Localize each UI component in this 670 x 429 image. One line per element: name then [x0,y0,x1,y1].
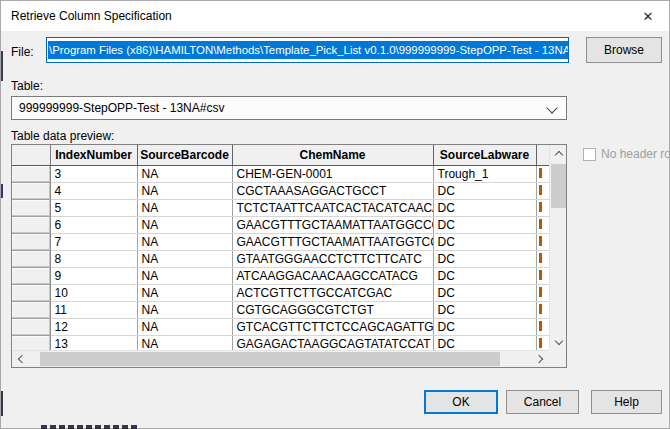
cancel-button[interactable]: Cancel [506,390,579,414]
horizontal-scrollbar-thumb[interactable] [40,352,500,366]
table-cell[interactable]: DC [433,217,536,234]
table-cell[interactable]: GTCACGTTCTTCTCCAGCAGATTG [232,319,433,336]
table-row: 10NAACTCGTTCTTGCCATCGACDC [12,285,549,302]
table-cell[interactable]: 5 [50,200,137,217]
row-selector[interactable] [12,251,50,268]
table-row: 11NACGTGCAGGGCGTCTGTDC [12,302,549,319]
row-selector[interactable] [12,319,50,336]
row-selector[interactable] [12,302,50,319]
preview-grid-content: IndexNumber SourceBarcode ChemName Sourc… [12,145,549,350]
row-selector[interactable] [12,285,50,302]
table-cell[interactable]: 8 [50,251,137,268]
table-cell[interactable]: ACTCGTTCTTGCCATCGAC [232,285,433,302]
row-selector[interactable] [12,183,50,200]
clipped-column-cell [536,319,549,336]
table-cell[interactable]: NA [137,234,232,251]
table-cell[interactable]: DC [433,285,536,302]
clipped-text-sliver [539,270,542,280]
table-cell[interactable]: DC [433,268,536,285]
table-cell[interactable]: GAGAGACTAAGGCAGTATATCCAT [232,336,433,351]
scroll-down-button[interactable] [550,333,567,350]
table-cell[interactable]: CHEM-GEN-0001 [232,166,433,183]
table-cell[interactable]: DC [433,251,536,268]
table-cell[interactable]: NA [137,319,232,336]
table-cell[interactable]: NA [137,200,232,217]
table-row: 5NATCTCTAATTCAATCACTACATCAACADC [12,200,549,217]
table-cell[interactable]: DC [433,183,536,200]
table-label: Table: [11,79,43,93]
table-row: 6NAGAACGTTTGCTAAMATTAATGGCCCTDC [12,217,549,234]
clipped-text-sliver [539,304,542,314]
table-cell[interactable]: NA [137,302,232,319]
clipped-text-sliver [539,185,542,195]
clipped-text-sliver [539,202,542,212]
preview-table: IndexNumber SourceBarcode ChemName Sourc… [12,145,549,350]
table-cell[interactable]: 6 [50,217,137,234]
table-cell[interactable]: 10 [50,285,137,302]
horizontal-scrollbar[interactable] [12,350,549,367]
table-cell[interactable]: 4 [50,183,137,200]
table-cell[interactable]: GAACGTTTGCTAAMATTAATGGCCCT [232,217,433,234]
table-cell[interactable]: DC [433,336,536,351]
file-path-input[interactable]: \Program Files (x86)\HAMILTON\Methods\Te… [46,37,569,63]
row-selector[interactable] [12,166,50,183]
table-cell[interactable]: DC [433,234,536,251]
table-cell[interactable]: 3 [50,166,137,183]
table-cell[interactable]: 7 [50,234,137,251]
table-cell[interactable]: 9 [50,268,137,285]
scroll-left-button[interactable] [12,351,29,367]
clipped-column-cell [536,251,549,268]
chevron-left-icon [18,355,26,363]
column-header-indexnumber[interactable]: IndexNumber [50,145,137,166]
clipped-text-sliver [539,338,542,348]
table-cell[interactable]: NA [137,268,232,285]
scroll-right-button[interactable] [532,351,549,367]
table-combobox[interactable]: 999999999-StepOPP-Test - 13NA#csv [11,96,567,120]
table-cell[interactable]: ATCAAGGACAACAAGCCATACG [232,268,433,285]
table-cell[interactable]: 13 [50,336,137,351]
table-cell[interactable]: DC [433,200,536,217]
table-cell[interactable]: CGTGCAGGGCGTCTGT [232,302,433,319]
checkbox-icon [583,148,596,161]
close-button[interactable]: ✕ [635,4,661,28]
table-cell[interactable]: CGCTAAASAGGACTGCCT [232,183,433,200]
table-cell[interactable]: NA [137,285,232,302]
table-cell[interactable]: Trough_1 [433,166,536,183]
table-cell[interactable]: DC [433,302,536,319]
column-header-sourcelabware[interactable]: SourceLabware [433,145,536,166]
column-header-clipped [536,145,549,166]
row-selector-header[interactable] [12,145,50,166]
row-selector[interactable] [12,234,50,251]
title-bar: Retrieve Column Specification ✕ [1,1,669,31]
column-header-chemname[interactable]: ChemName [232,145,433,166]
table-cell[interactable]: NA [137,251,232,268]
clipped-text-sliver [539,287,542,297]
dialog-retrieve-column-specification: Retrieve Column Specification ✕ File: \P… [0,0,670,429]
row-selector[interactable] [12,268,50,285]
clipped-text-sliver [539,236,542,246]
row-selector[interactable] [12,200,50,217]
row-selector[interactable] [12,217,50,234]
table-cell[interactable]: 11 [50,302,137,319]
column-header-sourcebarcode[interactable]: SourceBarcode [137,145,232,166]
table-cell[interactable]: NA [137,336,232,351]
table-cell[interactable]: GTAATGGGAACCTCTTCTTCATC [232,251,433,268]
help-button[interactable]: Help [591,390,662,414]
scroll-up-button[interactable] [550,145,567,162]
row-selector[interactable] [12,336,50,351]
clipped-text-sliver [539,168,542,178]
browse-button[interactable]: Browse [586,37,662,63]
table-cell[interactable]: 12 [50,319,137,336]
ok-button[interactable]: OK [424,390,498,414]
table-cell[interactable]: NA [137,166,232,183]
vertical-scrollbar-thumb[interactable] [551,164,566,208]
no-header-row-checkbox[interactable]: No header row [583,147,670,161]
table-row: 12NAGTCACGTTCTTCTCCAGCAGATTGDC [12,319,549,336]
table-cell[interactable]: TCTCTAATTCAATCACTACATCAACA [232,200,433,217]
preview-label: Table data preview: [11,129,114,143]
table-cell[interactable]: NA [137,217,232,234]
table-cell[interactable]: GAACGTTTGCTAAMATTAATGGTCCT [232,234,433,251]
vertical-scrollbar[interactable] [549,145,566,350]
table-cell[interactable]: NA [137,183,232,200]
table-cell[interactable]: DC [433,319,536,336]
